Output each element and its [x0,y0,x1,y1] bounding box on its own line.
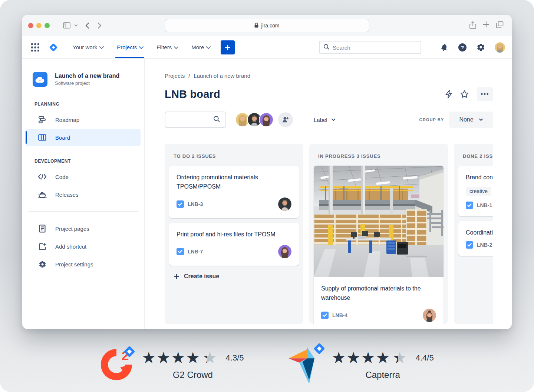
task-type-icon [177,200,184,208]
sidebar-item-roadmap[interactable]: Roadmap [26,111,141,128]
star-icon: ★★★★ [142,351,201,365]
sidebar-item-project-pages[interactable]: Project pages [26,220,141,237]
share-icon[interactable] [469,21,476,31]
rating-score: 4.4/5 [416,353,434,363]
jira-diamond-icon [122,344,137,361]
lock-icon [254,23,258,29]
app-switcher-icon[interactable] [31,43,39,52]
browser-window: jira.com [22,15,512,329]
tab-overview-icon[interactable] [496,21,504,31]
sidebar-item-add-shortcut[interactable]: Add shortcut [26,238,141,255]
breadcrumb: Projects / Launch of a new brand [165,73,512,79]
project-avatar-cloud-icon [33,72,47,87]
column-todo: TO DO 2 ISSUES Ordering promotional mate… [165,144,303,324]
issue-card-lnb2[interactable]: Coordination with team LNB-2 [458,221,493,256]
partial-star-icon: ★★ [203,351,217,365]
sidebar-item-code[interactable]: Code [26,168,141,185]
sidebar-item-releases[interactable]: Releases [26,186,141,203]
search-icon [323,44,330,52]
column-done: DONE 2 ISSUES Brand concept creative LNB… [454,144,493,324]
task-type-icon [466,241,473,249]
column-header: TO DO 2 ISSUES [165,144,303,166]
rating-capterra: ★★★★ ★★ 4.4/5 Capterra [289,332,434,392]
board-icon [38,134,47,141]
chevron-down-icon[interactable] [74,24,78,27]
board-search-input[interactable] [165,112,226,128]
help-icon[interactable]: ? [458,43,467,52]
rating-name: Capterra [332,370,434,380]
rating-score: 4.3/5 [226,353,244,363]
breadcrumb-projects[interactable]: Projects [165,73,185,79]
rating-name: G2 Crowd [142,370,244,380]
star-icon[interactable] [460,90,469,98]
jira-logo-icon[interactable] [48,42,59,53]
page-icon [38,225,47,233]
chevron-down-icon [331,118,336,121]
project-header[interactable]: Launch of a new brand Software project [22,72,144,87]
issue-key: LNB-4 [332,312,347,318]
global-search[interactable] [319,41,421,54]
gear-icon [38,260,47,268]
chevron-down-icon [479,118,483,121]
new-tab-icon[interactable] [483,21,490,31]
close-window-button[interactable] [28,23,33,28]
jira-navbar: Your work Projects Filters More ? [22,36,512,59]
svg-text:?: ? [461,44,464,50]
forward-button[interactable] [98,22,102,29]
ship-icon [38,191,47,198]
issue-card-lnb7[interactable]: Print proof and hi-res files for TPOSM L… [169,223,299,266]
rating-g2: 2 ★★★★ ★★ 4.3/5 G2 Crowd [100,332,244,392]
issue-card-lnb3[interactable]: Ordering promotional materials TPOSM/PPO… [169,166,299,218]
url-bar[interactable]: jira.com [165,19,369,32]
roadmap-icon [38,116,47,124]
board-main: Projects / Launch of a new brand LNB boa… [145,59,512,329]
add-member-button[interactable] [278,112,293,127]
nav-item-projects[interactable]: Projects [117,36,142,58]
label-filter-dropdown[interactable]: Label [314,117,336,123]
breadcrumb-current[interactable]: Launch of a new brand [194,73,250,79]
notifications-bell-icon[interactable] [439,42,449,52]
nav-item-more[interactable]: More [191,36,210,58]
sidebar-divider [28,211,138,212]
sidebar-item-board[interactable]: Board [26,129,141,146]
sidebar-toggle-icon[interactable] [63,22,70,29]
issue-key: LNB-1 [477,202,492,208]
board-columns: TO DO 2 ISSUES Ordering promotional mate… [165,144,493,324]
sidebar-item-project-settings[interactable]: Project settings [26,256,141,273]
code-icon [38,174,47,180]
back-button[interactable] [85,22,89,29]
lightning-icon[interactable] [445,90,452,99]
star-icon: ★★★★ [332,351,391,365]
issue-key: LNB-2 [477,242,492,248]
minimize-window-button[interactable] [36,23,42,28]
task-type-icon [321,312,329,319]
settings-gear-icon[interactable] [477,43,485,52]
more-actions-button[interactable]: ••• [477,87,493,101]
search-icon [213,116,220,124]
section-label-development: DEVELOPMENT [22,159,144,164]
project-type: Software project [55,80,119,86]
create-button[interactable] [221,40,235,54]
nav-item-your-work[interactable]: Your work [73,36,103,58]
issue-card-lnb1[interactable]: Brand concept creative LNB-1 [458,166,493,216]
assignee-avatar [423,309,436,322]
group-by-dropdown[interactable]: None [449,112,493,128]
assignee-avatar [278,197,291,211]
project-name: Launch of a new brand [55,73,119,79]
issue-key: LNB-7 [188,249,203,255]
nav-menu: Your work Projects Filters More [59,36,210,58]
page-title: LNB board [165,88,220,100]
search-input[interactable] [333,44,407,51]
create-issue-button[interactable]: Create issue [165,270,303,283]
url-text: jira.com [261,23,279,29]
issue-card-lnb4[interactable]: Supply of promotional materials to the w… [314,166,444,324]
user-avatar[interactable] [495,42,505,53]
task-type-icon [466,202,473,209]
chevron-down-icon [174,44,179,49]
chevron-down-icon [206,44,211,49]
nav-item-filters[interactable]: Filters [156,36,177,58]
zoom-window-button[interactable] [44,23,50,28]
issue-key: LNB-3 [188,201,203,207]
avatar-member-3[interactable] [259,112,274,127]
plus-icon [174,273,179,279]
